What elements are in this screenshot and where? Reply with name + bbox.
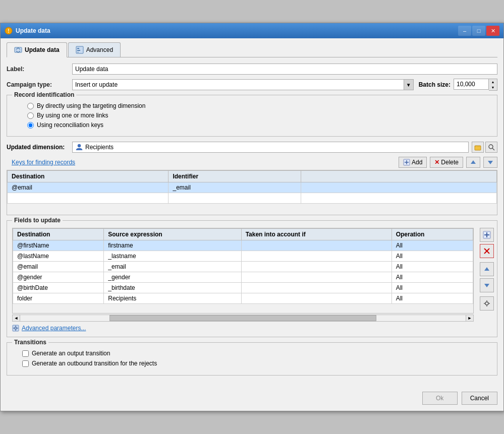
batch-size-wrap: Batch size: ▲ ▼ <box>419 79 497 91</box>
campaign-type-row: Campaign type: Insert or update Insert U… <box>7 79 497 91</box>
campaign-type-select[interactable]: Insert or update Insert Update Delete <box>72 79 414 90</box>
keys-down-btn[interactable] <box>483 157 497 168</box>
keys-delete-label: Delete <box>441 159 459 166</box>
adv-params-icon <box>12 325 19 332</box>
svg-marker-22 <box>484 284 489 287</box>
field-row-condition <box>241 283 391 293</box>
transitions-section: Transitions Generate an output transitio… <box>7 342 497 376</box>
svg-marker-21 <box>484 267 489 271</box>
fields-down-btn[interactable] <box>480 278 494 292</box>
keys-table-wrap: Destination Identifier @email _email <box>7 170 497 215</box>
checkbox-output[interactable] <box>22 350 29 357</box>
keys-header: Keys for finding records Add ✕ Delete <box>7 157 497 168</box>
fields-add-btn[interactable] <box>480 228 494 242</box>
field-row-source: _email <box>104 262 241 272</box>
folder-icon <box>474 144 481 151</box>
table-row[interactable]: folder Recipients All <box>13 293 473 304</box>
batch-size-label: Batch size: <box>419 81 451 88</box>
tab-update-data-label: Update data <box>25 46 60 53</box>
maximize-button[interactable]: □ <box>472 26 485 36</box>
radio-reconciliation[interactable] <box>27 122 34 129</box>
field-row-source: firstname <box>104 240 241 251</box>
advanced-params-link[interactable]: Advanced parameters... <box>12 325 494 332</box>
table-row[interactable] <box>8 193 497 204</box>
table-row[interactable]: @email _email <box>8 182 497 193</box>
updated-dimension-row: Updated dimension: Recipients <box>7 142 497 153</box>
table-row[interactable]: @lastName _lastname All <box>13 251 473 262</box>
keys-table: Destination Identifier @email _email <box>7 170 497 204</box>
table-row[interactable]: @firstName firstname All <box>13 240 473 251</box>
field-row-operation: All <box>391 293 473 304</box>
field-row-destination: @gender <box>13 272 104 283</box>
keys-row-destination: @email <box>8 182 169 193</box>
keys-empty-1 <box>8 193 169 204</box>
keys-add-label: Add <box>412 159 422 166</box>
keys-add-btn[interactable]: Add <box>399 157 427 168</box>
radio-links[interactable] <box>27 112 34 119</box>
update-data-tab-icon <box>14 46 22 54</box>
tab-update-data[interactable]: Update data <box>7 42 67 57</box>
fields-settings-btn[interactable] <box>480 296 494 311</box>
updated-dimension-buttons <box>472 142 497 153</box>
fields-to-update-section: Fields to update Destination Source expr… <box>7 220 497 337</box>
keys-delete-btn[interactable]: ✕ Delete <box>430 157 463 168</box>
recipients-icon <box>75 143 83 151</box>
checkbox-rejects[interactable] <box>22 360 29 367</box>
keys-link[interactable]: Keys for finding records <box>12 159 75 166</box>
hscroll-right-btn[interactable]: ► <box>466 315 474 322</box>
batch-input-wrap: ▲ ▼ <box>454 79 497 91</box>
hscroll-thumb[interactable] <box>109 315 377 321</box>
updated-dimension-label: Updated dimension: <box>7 144 72 151</box>
table-row[interactable]: @email _email All <box>13 262 473 272</box>
table-row[interactable]: @birthDate _birthdate All <box>13 283 473 293</box>
table-row[interactable]: @gender _gender All <box>13 272 473 283</box>
cancel-button-label: Cancel <box>470 395 489 402</box>
add-icon <box>403 159 410 166</box>
fields-down-icon <box>484 282 490 288</box>
fields-add-icon <box>483 231 491 239</box>
svg-point-23 <box>485 302 488 305</box>
close-button[interactable]: ✕ <box>486 26 499 36</box>
titlebar: ! Update data – □ ✕ <box>1 23 503 38</box>
titlebar-left: ! Update data <box>5 27 50 35</box>
batch-size-up[interactable]: ▲ <box>489 79 497 85</box>
svg-rect-6 <box>77 52 79 52</box>
label-input[interactable] <box>72 64 497 75</box>
label-row: Label: <box>7 64 497 75</box>
fields-up-btn[interactable] <box>480 262 494 276</box>
keys-empty-2 <box>169 193 301 204</box>
batch-size-down[interactable]: ▼ <box>489 85 497 90</box>
minimize-button[interactable]: – <box>458 26 471 36</box>
campaign-type-arrow[interactable]: ▼ <box>404 79 414 90</box>
updated-dimension-search-btn[interactable] <box>485 142 497 153</box>
campaign-type-label: Campaign type: <box>7 81 72 88</box>
cancel-button[interactable]: Cancel <box>462 392 497 405</box>
field-row-operation: All <box>391 262 473 272</box>
fields-col-destination: Destination <box>13 229 104 240</box>
fields-layout: Destination Source expression Taken into… <box>12 228 494 322</box>
svg-marker-15 <box>488 161 493 164</box>
keys-section: Keys for finding records Add ✕ Delete <box>7 157 497 215</box>
tab-advanced[interactable]: Advanced <box>68 42 121 57</box>
svg-text:!: ! <box>8 28 9 34</box>
radio-reconciliation-label: Using reconciliation keys <box>37 121 103 129</box>
down-arrow-icon <box>487 159 493 165</box>
keys-up-btn[interactable] <box>466 157 480 168</box>
checkbox-output-label: Generate an output transition <box>32 350 110 357</box>
window-icon: ! <box>5 27 13 35</box>
fields-col-operation: Operation <box>391 229 473 240</box>
fields-up-icon <box>484 266 490 272</box>
hscroll-left-btn[interactable]: ◄ <box>12 315 20 322</box>
ok-button[interactable]: Ok <box>422 392 458 405</box>
tabs: Update data Advanced <box>7 42 497 57</box>
radio-direct-row: By directly using the targeting dimensio… <box>27 102 492 109</box>
fields-delete-btn[interactable] <box>480 244 494 258</box>
svg-marker-14 <box>471 160 476 164</box>
radio-reconciliation-row: Using reconciliation keys <box>27 121 492 129</box>
batch-size-input[interactable] <box>454 79 489 90</box>
updated-dimension-folder-btn[interactable] <box>472 142 484 153</box>
dialog-footer: Ok Cancel <box>1 387 503 411</box>
radio-direct[interactable] <box>27 103 34 109</box>
hscroll-track[interactable] <box>20 315 466 322</box>
svg-point-7 <box>78 144 81 147</box>
